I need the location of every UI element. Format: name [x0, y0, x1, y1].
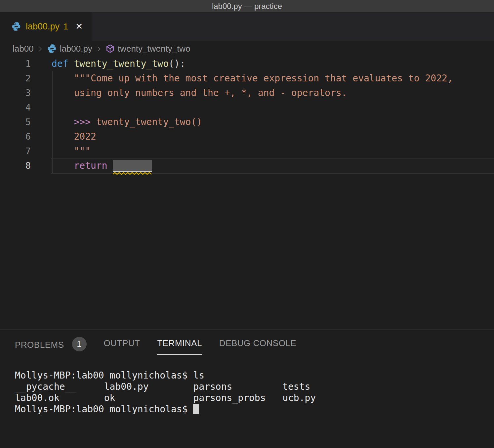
terminal-cursor — [193, 404, 199, 414]
code-line-1[interactable]: 1def twenty_twenty_two(): — [0, 57, 494, 71]
code-text: 2022 — [31, 129, 96, 144]
panel-tab-label: OUTPUT — [104, 338, 140, 348]
code-token — [52, 160, 74, 171]
panel-tabs: PROBLEMS1OUTPUTTERMINALDEBUG CONSOLE — [15, 338, 494, 357]
symbol-method-icon — [105, 44, 115, 53]
breadcrumb-item-twenty_twenty_two[interactable]: twenty_twenty_two — [118, 44, 190, 54]
panel-tab-label: DEBUG CONSOLE — [219, 338, 296, 348]
code-text: return — [31, 158, 152, 173]
line-number: 3 — [0, 86, 31, 100]
line-number: 8 — [0, 158, 31, 173]
code-text: def twenty_twenty_two(): — [31, 57, 185, 71]
window-titlebar: lab00.py — practice — [0, 0, 494, 12]
code-line-8[interactable]: 8 return — [0, 158, 494, 173]
code-token: return — [74, 160, 107, 171]
code-token — [52, 116, 74, 127]
code-token: (): — [169, 58, 185, 69]
code-token: def — [52, 58, 68, 69]
code-text: """ — [31, 144, 91, 158]
tab-lab00-py[interactable]: lab00.py 1 ✕ — [0, 12, 92, 41]
chevron-right-icon — [37, 45, 44, 53]
close-icon[interactable]: ✕ — [75, 21, 83, 32]
window-title: lab00.py — practice — [212, 2, 282, 11]
code-text: using only numbers and the +, *, and - o… — [31, 86, 347, 100]
panel-tab-label: TERMINAL — [157, 338, 202, 348]
python-icon — [47, 44, 57, 54]
code-token: 2022 — [52, 131, 96, 142]
code-token: twenty_twenty_two — [74, 58, 169, 69]
terminal-line: __pycache__ lab00.py parsons tests — [15, 381, 494, 392]
terminal-line: Mollys-MBP:lab00 mollynicholas$ — [15, 404, 494, 415]
warning-squiggle-icon — [113, 172, 152, 175]
code-text: >>> twenty_twenty_two() — [31, 115, 202, 129]
code-token: twenty_twenty_two() — [91, 116, 202, 127]
terminal-output[interactable]: Mollys-MBP:lab00 mollynicholas$ ls__pyca… — [15, 370, 494, 415]
tab-label: lab00.py — [26, 22, 60, 32]
panel-tab-problems[interactable]: PROBLEMS1 — [15, 338, 87, 357]
code-line-5[interactable]: 5 >>> twenty_twenty_two() — [0, 115, 494, 129]
code-token: using only numbers and the +, *, and - o… — [52, 87, 347, 98]
line-number: 4 — [0, 100, 31, 115]
bottom-panel: PROBLEMS1OUTPUTTERMINALDEBUG CONSOLE Mol… — [0, 330, 494, 448]
code-line-4[interactable]: 4 — [0, 100, 494, 115]
code-token — [107, 160, 113, 171]
chevron-right-icon — [95, 45, 103, 53]
breadcrumb: lab00 lab00.py twenty_twenty_two — [0, 41, 494, 57]
line-number: 2 — [0, 71, 31, 86]
panel-tab-output[interactable]: OUTPUT — [104, 338, 140, 354]
code-token: """ — [52, 146, 91, 157]
breadcrumb-item-lab00.py[interactable]: lab00.py — [60, 44, 92, 54]
code-token: """Come up with the most creative expres… — [52, 73, 453, 84]
terminal-line: lab00.ok ok parsons_probs ucb.py — [15, 392, 494, 404]
terminal-line: Mollys-MBP:lab00 mollynicholas$ ls — [15, 370, 494, 381]
code-line-7[interactable]: 7 """ — [0, 144, 494, 158]
code-token — [68, 58, 74, 69]
panel-tab-label: PROBLEMS — [15, 340, 64, 350]
editor-tab-strip: lab00.py 1 ✕ — [0, 12, 494, 41]
panel-tab-terminal[interactable]: TERMINAL — [157, 338, 202, 355]
code-line-3[interactable]: 3 using only numbers and the +, *, and -… — [0, 86, 494, 100]
problems-count-badge: 1 — [72, 337, 87, 351]
code-line-6[interactable]: 6 2022 — [0, 129, 494, 144]
line-number: 7 — [0, 144, 31, 158]
line-number: 1 — [0, 57, 31, 71]
python-icon — [11, 22, 21, 31]
breadcrumb-item-lab00[interactable]: lab00 — [13, 44, 34, 54]
panel-tab-debug-console[interactable]: DEBUG CONSOLE — [219, 338, 296, 354]
code-editor[interactable]: 1def twenty_twenty_two():2 """Come up wi… — [0, 57, 494, 330]
code-text: """Come up with the most creative expres… — [31, 71, 453, 86]
selection-highlight — [113, 160, 152, 172]
line-number: 5 — [0, 115, 31, 129]
line-number: 6 — [0, 129, 31, 144]
code-token: >>> — [74, 116, 91, 127]
code-line-2[interactable]: 2 """Come up with the most creative expr… — [0, 71, 494, 86]
editor-lines: 1def twenty_twenty_two():2 """Come up wi… — [0, 57, 494, 173]
tab-problem-count: 1 — [63, 22, 68, 31]
